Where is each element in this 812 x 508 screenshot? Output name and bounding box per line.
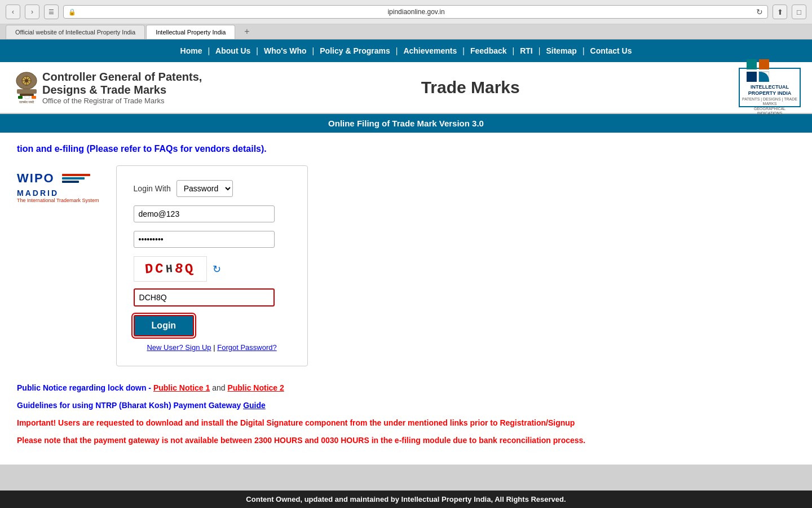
nav-about-us[interactable]: About Us bbox=[210, 46, 256, 55]
share-button[interactable]: ⬆ bbox=[773, 5, 787, 19]
madrid-sub: The International Trademark System bbox=[17, 198, 99, 203]
login-form-box: Login With Password OTP D C bbox=[116, 165, 308, 366]
svg-rect-15 bbox=[747, 72, 757, 82]
password-input[interactable] bbox=[134, 231, 275, 248]
trade-marks-title: Trade Marks bbox=[202, 78, 739, 97]
nav-home[interactable]: Home bbox=[175, 46, 208, 55]
login-button[interactable]: Login bbox=[134, 315, 195, 336]
browser-chrome: ‹ › ☰ 🔒 ipindiaonline.gov.in ↻ ⬆ □ Offic… bbox=[0, 0, 812, 40]
ntrp-guide-link[interactable]: Guide bbox=[243, 401, 266, 410]
payment-notice-text: Please note that the payment gateway is … bbox=[17, 436, 585, 445]
public-notice-line: Public Notice regarding lock down - Publ… bbox=[17, 383, 795, 392]
tabs-bar: Official website of Intellectual Propert… bbox=[0, 24, 812, 40]
new-tab-button[interactable]: + bbox=[239, 24, 255, 39]
svg-text:सत्यमेव जयते: सत्यमेव जयते bbox=[19, 100, 35, 104]
form-links: New User? Sign Up | Forgot Password? bbox=[134, 343, 290, 352]
nav-sitemap[interactable]: Sitemap bbox=[540, 46, 582, 55]
svg-rect-8 bbox=[20, 94, 34, 96]
header-center: Trade Marks bbox=[202, 78, 739, 97]
ip-logo-subtext: PATENTS | DESIGNS | TRADE MARKSGEOGRAPHI… bbox=[742, 97, 797, 116]
ntrp-text: Guidelines for using NTRP (Bharat Kosh) … bbox=[17, 401, 243, 410]
expand-button[interactable]: □ bbox=[792, 5, 806, 19]
ip-logo-grid bbox=[747, 59, 793, 82]
reader-button[interactable]: ☰ bbox=[44, 5, 59, 19]
wipo-lines bbox=[62, 173, 90, 184]
org-title-line1: Controller General of Patents, bbox=[42, 71, 202, 84]
notice-top-text: tion and e-filing (Please refer to FAQs … bbox=[17, 144, 795, 154]
svg-rect-11 bbox=[32, 96, 36, 99]
blue-banner: Online Filing of Trade Mark Version 3.0 bbox=[0, 114, 812, 133]
notices-section: Public Notice regarding lock down - Publ… bbox=[17, 383, 795, 445]
new-user-signup-link[interactable]: New User? Sign Up bbox=[147, 343, 211, 352]
nav-achievements[interactable]: Achievements bbox=[398, 46, 462, 55]
captcha-refresh-button[interactable]: ↻ bbox=[213, 263, 221, 275]
svg-rect-10 bbox=[25, 96, 29, 99]
captcha-image: D C H 8 Q bbox=[134, 256, 207, 282]
login-area: WIPO MADRID The International Trademark … bbox=[17, 165, 795, 366]
nav-rti[interactable]: RTI bbox=[514, 46, 539, 55]
org-title-line2: Designs & Trade Marks bbox=[42, 84, 202, 97]
public-notice-2-link[interactable]: Public Notice 2 bbox=[227, 383, 284, 392]
banner-text: Online Filing of Trade Mark Version 3.0 bbox=[328, 119, 484, 128]
nav-whos-who[interactable]: Who's Who bbox=[258, 46, 312, 55]
public-notice-prefix: Public Notice regarding lock down - bbox=[17, 383, 153, 392]
login-with-label: Login With bbox=[134, 184, 171, 193]
captcha-input[interactable] bbox=[134, 288, 275, 306]
address-bar[interactable]: 🔒 ipindiaonline.gov.in ↻ bbox=[63, 5, 768, 19]
wipo-madrid-logo: WIPO MADRID The International Trademark … bbox=[17, 165, 99, 366]
ip-india-logo: INTELLECTUALPROPERTY INDIA PATENTS | DES… bbox=[739, 68, 801, 107]
important-notice-line: Important! Users are requested to downlo… bbox=[17, 418, 795, 427]
notice-and: and bbox=[212, 383, 227, 392]
ip-logo-text: INTELLECTUALPROPERTY INDIA bbox=[748, 84, 791, 97]
captcha-char-c: C bbox=[155, 261, 166, 277]
website-content: Home | About Us | Who's Who | Policy & P… bbox=[0, 40, 812, 465]
password-row bbox=[134, 231, 290, 248]
header-right: INTELLECTUALPROPERTY INDIA PATENTS | DES… bbox=[739, 68, 801, 107]
nav-feedback[interactable]: Feedback bbox=[465, 46, 513, 55]
lock-icon: 🔒 bbox=[68, 8, 76, 16]
url-text: ipindiaonline.gov.in bbox=[80, 8, 753, 16]
svg-rect-14 bbox=[759, 59, 769, 69]
payment-notice-line: Please note that the payment gateway is … bbox=[17, 436, 795, 445]
back-button[interactable]: ‹ bbox=[6, 5, 20, 19]
browser-toolbar: ‹ › ☰ 🔒 ipindiaonline.gov.in ↻ ⬆ □ bbox=[0, 0, 812, 24]
ntrp-notice-line: Guidelines for using NTRP (Bharat Kosh) … bbox=[17, 401, 795, 410]
login-with-select[interactable]: Password OTP bbox=[176, 180, 233, 197]
forgot-password-link[interactable]: Forgot Password? bbox=[217, 343, 277, 352]
login-with-row: Login With Password OTP bbox=[134, 180, 290, 197]
site-footer: Content Owned, updated and maintained by… bbox=[0, 491, 812, 508]
site-header: सत्यमेव जयते Controller General of Paten… bbox=[0, 62, 812, 114]
top-nav: Home | About Us | Who's Who | Policy & P… bbox=[0, 40, 812, 62]
footer-text: Content Owned, updated and maintained by… bbox=[246, 495, 566, 503]
important-notice-text: Important! Users are requested to downlo… bbox=[17, 418, 575, 427]
tab-official[interactable]: Official website of Intellectual Propert… bbox=[6, 25, 145, 39]
madrid-text: MADRID bbox=[17, 189, 59, 198]
emblem-logo: सत्यमेव जयते bbox=[11, 69, 42, 106]
username-row bbox=[134, 205, 290, 222]
captcha-row: D C H 8 Q ↻ bbox=[134, 256, 290, 282]
org-subtitle: Office of the Registrar of Trade Marks bbox=[42, 97, 202, 105]
wipo-text: WIPO bbox=[17, 171, 55, 186]
tab-ip-india[interactable]: Intellectual Property India bbox=[146, 25, 235, 39]
nav-policy-programs[interactable]: Policy & Programs bbox=[314, 46, 396, 55]
forward-button[interactable]: › bbox=[25, 5, 39, 19]
reload-button[interactable]: ↻ bbox=[756, 7, 763, 16]
svg-rect-9 bbox=[18, 96, 23, 99]
main-content: tion and e-filing (Please refer to FAQs … bbox=[0, 133, 812, 465]
username-input[interactable] bbox=[134, 205, 275, 222]
svg-rect-13 bbox=[747, 59, 757, 69]
header-title: Controller General of Patents, Designs &… bbox=[42, 71, 202, 105]
captcha-input-row bbox=[134, 288, 290, 306]
captcha-char-q: Q bbox=[184, 261, 196, 277]
public-notice-1-link[interactable]: Public Notice 1 bbox=[153, 383, 210, 392]
svg-rect-7 bbox=[17, 89, 37, 94]
nav-contact-us[interactable]: Contact Us bbox=[585, 46, 638, 55]
